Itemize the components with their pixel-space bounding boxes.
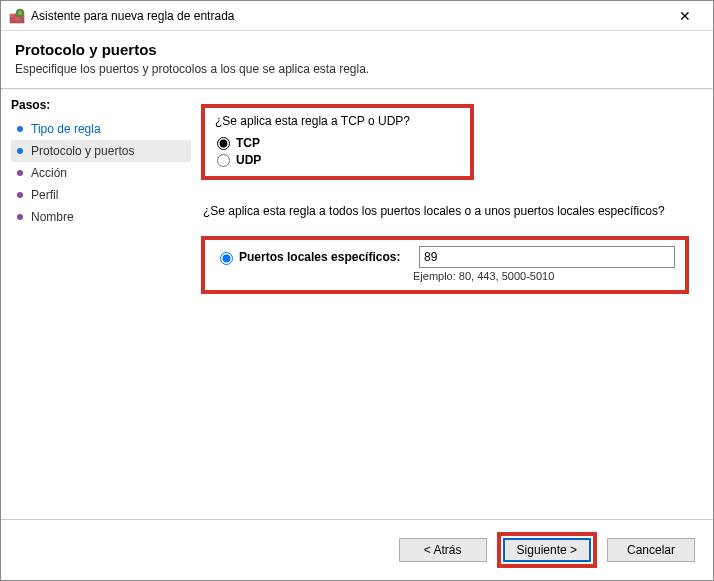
firewall-icon <box>9 8 25 24</box>
step-accion: Acción <box>11 162 191 184</box>
step-label: Nombre <box>31 210 74 224</box>
bullet-icon <box>17 148 23 154</box>
bullet-icon <box>17 214 23 220</box>
close-button[interactable]: ✕ <box>665 2 705 30</box>
highlight-next: Siguiente > <box>497 532 597 568</box>
bullet-icon <box>17 126 23 132</box>
protocol-question: ¿Se aplica esta regla a TCP o UDP? <box>215 114 410 128</box>
steps-heading: Pasos: <box>11 98 191 112</box>
cancel-button[interactable]: Cancelar <box>607 538 695 562</box>
window-title: Asistente para nueva regla de entrada <box>31 9 665 23</box>
wizard-header: Protocolo y puertos Especifique los puer… <box>1 31 713 88</box>
ports-input[interactable] <box>419 246 675 268</box>
step-perfil: Perfil <box>11 184 191 206</box>
page-subtitle: Especifique los puertos y protocolos a l… <box>15 62 699 76</box>
radio-udp[interactable] <box>217 154 230 167</box>
step-label: Perfil <box>31 188 58 202</box>
ports-example: Ejemplo: 80, 443, 5000-5010 <box>413 270 675 282</box>
wizard-footer: < Atrás Siguiente > Cancelar <box>1 519 713 580</box>
radio-tcp-label: TCP <box>236 136 260 150</box>
svg-rect-4 <box>10 17 15 20</box>
main-panel: ¿Se aplica esta regla a TCP o UDP? TCP U… <box>191 90 713 519</box>
radio-tcp-row[interactable]: TCP <box>217 136 410 150</box>
titlebar: Asistente para nueva regla de entrada ✕ <box>1 1 713 31</box>
radio-udp-label: UDP <box>236 153 261 167</box>
step-link[interactable]: Tipo de regla <box>31 122 101 136</box>
svg-point-7 <box>18 11 22 15</box>
radio-udp-row[interactable]: UDP <box>217 153 410 167</box>
bullet-icon <box>17 192 23 198</box>
step-label: Acción <box>31 166 67 180</box>
specific-ports-row[interactable]: Puertos locales específicos: <box>215 246 675 268</box>
svg-rect-5 <box>15 17 20 20</box>
page-title: Protocolo y puertos <box>15 41 699 58</box>
step-nombre: Nombre <box>11 206 191 228</box>
radio-tcp[interactable] <box>217 137 230 150</box>
wizard-body: Pasos: Tipo de regla Protocolo y puertos… <box>1 90 713 519</box>
next-button[interactable]: Siguiente > <box>503 538 591 562</box>
svg-rect-1 <box>10 14 14 17</box>
highlight-ports: Puertos locales específicos: Ejemplo: 80… <box>201 236 689 294</box>
wizard-window: Asistente para nueva regla de entrada ✕ … <box>0 0 714 581</box>
step-label: Protocolo y puertos <box>31 144 134 158</box>
highlight-protocol: ¿Se aplica esta regla a TCP o UDP? TCP U… <box>201 104 474 180</box>
steps-sidebar: Pasos: Tipo de regla Protocolo y puertos… <box>1 90 191 519</box>
specific-ports-label: Puertos locales específicos: <box>239 250 419 264</box>
bullet-icon <box>17 170 23 176</box>
ports-question: ¿Se aplica esta regla a todos los puerto… <box>203 204 689 218</box>
back-button[interactable]: < Atrás <box>399 538 487 562</box>
radio-specific-ports[interactable] <box>220 252 233 265</box>
step-tipo-de-regla[interactable]: Tipo de regla <box>11 118 191 140</box>
step-protocolo-y-puertos[interactable]: Protocolo y puertos <box>11 140 191 162</box>
